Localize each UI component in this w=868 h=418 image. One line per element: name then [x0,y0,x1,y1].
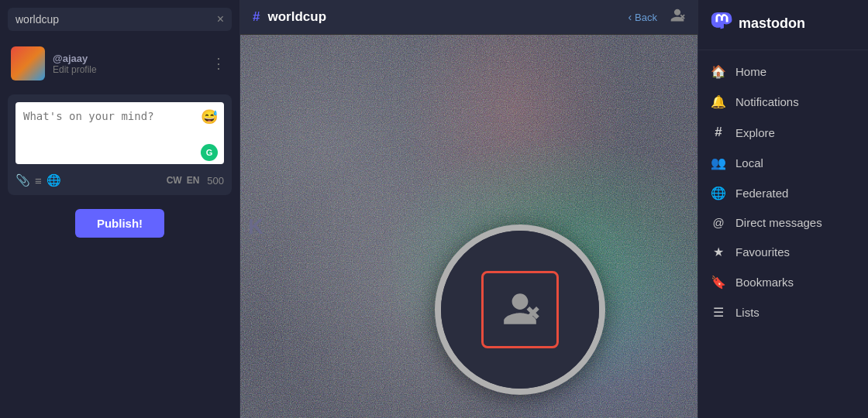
globe-icon[interactable]: 🌐 [46,173,61,187]
sidebar-item-bookmarks[interactable]: 🔖 Bookmarks [698,267,868,297]
sidebar-item-home[interactable]: 🏠 Home [698,57,868,87]
person-x-icon [670,8,685,23]
highlighted-unfollow-button[interactable] [481,271,559,348]
nav-menu: 🏠 Home 🔔 Notifications # Explore 👥 Local… [698,57,868,327]
sidebar-item-direct-messages[interactable]: @ Direct messages [698,208,868,237]
emoji-button[interactable]: 😅 [201,108,218,125]
favourites-icon: ★ [711,245,726,259]
bookmarks-icon: 🔖 [711,275,726,290]
profile-handle: @ajaay [53,53,201,64]
feed-area: K [240,35,698,418]
hashtag-header: # worldcup ‹ Back [240,0,698,35]
back-chevron-icon: ‹ [628,11,632,23]
char-count: 500 [207,175,224,187]
bookmarks-label: Bookmarks [735,276,794,289]
explore-label: Explore [735,126,775,139]
dm-label: Direct messages [735,216,822,229]
sidebar-item-local[interactable]: 👥 Local [698,148,868,178]
home-icon: 🏠 [711,64,726,79]
magnifier-content [441,231,599,389]
sidebar-item-lists[interactable]: ☰ Lists [698,297,868,327]
grammarly-icon: G [201,144,218,161]
unfollow-icon-large [501,290,539,329]
edit-profile-link[interactable]: Edit profile [53,64,201,75]
left-sidebar: × @ajaay Edit profile ⋮ 😅 G 📎 ≡ 🌐 CW EN … [0,0,240,418]
notifications-label: Notifications [735,95,799,108]
avatar[interactable] [11,46,45,81]
search-bar: × [8,8,232,31]
search-input[interactable] [16,13,211,26]
profile-section: @ajaay Edit profile ⋮ [0,39,239,88]
compose-header: 😅 G [16,102,224,167]
mastodon-logo: mastodon [698,12,868,50]
home-label: Home [735,65,766,78]
search-close-button[interactable]: × [217,12,224,26]
back-button[interactable]: ‹ Back [628,11,657,23]
magnifier [435,224,605,395]
cw-button[interactable]: CW [167,175,182,186]
attach-icon[interactable]: 📎 [16,173,30,187]
dm-icon: @ [711,216,726,229]
federated-label: Federated [735,187,788,200]
k-letter: K [248,214,264,239]
local-label: Local [735,156,763,170]
federated-icon: 🌐 [711,186,726,200]
right-sidebar: mastodon 🏠 Home 🔔 Notifications # Explor… [698,0,868,418]
unfollow-hashtag-button[interactable] [670,8,685,26]
sidebar-item-explore[interactable]: # Explore [698,117,868,148]
lists-icon: ☰ [711,305,726,320]
bell-icon: 🔔 [711,94,726,109]
middle-column: # worldcup ‹ Back K [240,0,698,418]
publish-button[interactable]: Publish! [75,209,164,238]
explore-icon: # [711,125,726,140]
profile-info: @ajaay Edit profile [53,53,201,75]
back-label: Back [635,12,657,23]
favourites-label: Favourites [735,245,790,259]
compose-textarea[interactable] [16,102,224,164]
mastodon-logo-icon [711,12,732,34]
sidebar-item-federated[interactable]: 🌐 Federated [698,178,868,208]
sidebar-item-notifications[interactable]: 🔔 Notifications [698,87,868,117]
hashtag-symbol: # [253,9,260,25]
sidebar-item-favourites[interactable]: ★ Favourites [698,237,868,267]
profile-menu-button[interactable]: ⋮ [208,52,229,75]
en-button[interactable]: EN [187,175,200,186]
local-icon: 👥 [711,156,726,170]
hashtag-title: worldcup [267,9,622,25]
lists-label: Lists [735,306,760,319]
compose-toolbar: 📎 ≡ 🌐 CW EN 500 [16,173,224,187]
list-icon[interactable]: ≡ [35,174,42,187]
mastodon-logo-text: mastodon [739,15,805,32]
compose-box: 😅 G 📎 ≡ 🌐 CW EN 500 [8,94,232,195]
